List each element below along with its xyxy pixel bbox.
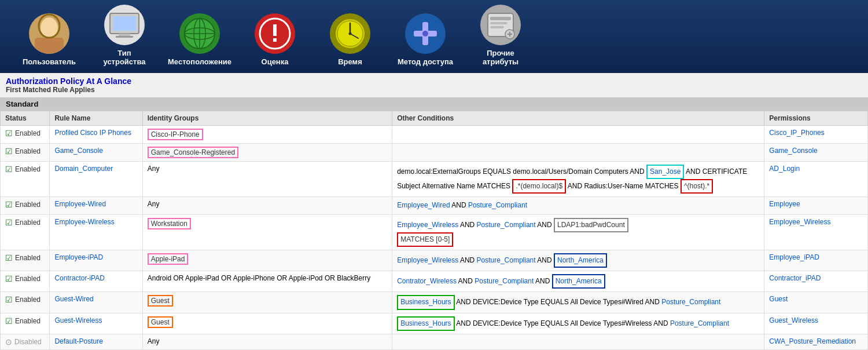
rule-name-link[interactable]: Contractor-iPAD [54,274,104,282]
condition-link[interactable]: Posture_Compliant [661,298,720,306]
conditions-cell [392,144,764,162]
condition-link[interactable]: Posture_Compliant [475,277,534,285]
banner-other: Прочиеатрибуты [463,5,538,66]
policy-header: Authorization Policy At A Glance First M… [0,73,868,97]
col-permissions: Permissions [764,111,868,126]
permission-link[interactable]: AD_Login [769,165,800,173]
rule-name-link[interactable]: Profiled Cisco IP Phones [54,129,131,137]
condition-tag-north-america: North_America [554,253,607,268]
status-cell: ☑ Enabled [1,313,50,334]
condition-link[interactable]: Employee_Wireless [397,256,458,264]
status-enabled: ☑ Enabled [5,129,45,138]
identity-group-tag: Game_Console-Registered [148,147,238,158]
identity-cell: Android OR Apple-iPad OR Apple-iPhone OR… [142,271,392,292]
permissions-cell: Employee [764,197,868,214]
identity-group-tag: Apple-iPad [148,253,189,265]
identity-cell: Any [142,334,392,349]
status-cell: ☑ Enabled [1,162,50,197]
rule-name-cell: Guest-Wireless [50,313,142,334]
check-icon: ☑ [5,200,13,209]
identity-cell: Cisco-IP-Phone [142,126,392,144]
condition-text: AND [535,277,552,285]
other-icon [480,5,521,45]
permission-link[interactable]: Employee [769,200,800,208]
location-icon [179,13,220,54]
rule-name-cell: Contractor-iPAD [50,271,142,292]
condition-link[interactable]: Posture_Compliant [477,256,536,264]
policy-title: Authorization Policy At A Glance [6,76,862,86]
status-cell: ☑ Enabled [1,250,50,271]
conditions-cell: Business_Hours AND DEVICE:Device Type EQ… [392,313,764,334]
rule-name-link[interactable]: Domain_Computer [54,165,113,173]
condition-text: AND [537,256,554,264]
status-cell: ☑ Enabled [1,292,50,313]
table-row: ☑ Enabled Game_Console Game_Console-Regi… [1,144,868,162]
condition-link[interactable]: Employee_Wired [397,201,450,209]
identity-cell: Guest [142,313,392,334]
condition-text: AND [460,221,477,229]
condition-link[interactable]: Contrator_Wireless [397,277,457,285]
svg-rect-6 [116,36,133,38]
identity-cell: Apple-iPad [142,250,392,271]
permission-link[interactable]: Game_Console [769,147,817,155]
status-label: Enabled [15,200,41,209]
condition-tag-north-america2: North_America [552,274,605,289]
banner-device: Типустройства [87,5,162,66]
permissions-cell: Guest_Wireless [764,313,868,334]
condition-link[interactable]: Employee_Wireless [397,221,458,229]
permissions-cell: Employee_Wireless [764,214,868,250]
svg-rect-24 [490,17,511,20]
identity-cell: Any [142,197,392,214]
status-cell: ⊙ Disabled [1,334,50,349]
condition-link[interactable]: Posture_Compliant [670,319,729,327]
rule-name-cell: Domain_Computer [50,162,142,197]
rule-name-link[interactable]: Employee-iPAD [54,253,103,261]
condition-text: AND Radius:User-Name MATCHES [568,182,681,190]
status-enabled: ☑ Enabled [5,295,45,304]
permissions-cell: Employee_iPAD [764,250,868,271]
rule-name-link[interactable]: Game_Console [54,147,102,155]
identity-cell: Game_Console-Registered [142,144,392,162]
banner-method: Метод доступа [388,13,463,66]
check-icon: ☑ [5,274,13,283]
condition-text: AND [537,221,554,229]
rule-name-link[interactable]: Guest-Wired [54,295,93,303]
permissions-cell: CWA_Posture_Remediation [764,334,868,349]
permissions-cell: Contractor_iPAD [764,271,868,292]
rule-name-link[interactable]: Employee-Wired [54,200,106,208]
rule-name-link[interactable]: Default-Posture [54,337,102,345]
conditions-cell: Business_Hours AND DEVICE:Device Type EQ… [392,292,764,313]
permission-link[interactable]: Cisco_IP_Phones [769,129,824,137]
status-enabled: ☑ Enabled [5,218,45,227]
identity-cell: Any [142,162,392,197]
permission-link[interactable]: Guest_Wireless [769,316,818,325]
permission-link[interactable]: Employee_iPAD [769,253,819,261]
condition-link[interactable]: Posture_Compliant [477,221,536,229]
permission-link[interactable]: Guest [769,295,788,303]
permission-link[interactable]: CWA_Posture_Remediation [769,337,856,345]
rule-name-cell: Guest-Wired [50,292,142,313]
identity-group-tag-guest: Guest [148,295,173,307]
permission-link[interactable]: Contractor_iPAD [769,274,821,282]
svg-rect-13 [273,24,277,36]
condition-link[interactable]: Posture_Compliant [468,201,527,209]
status-enabled: ☑ Enabled [5,200,45,209]
condition-text: AND DEVICE:Device Type EQUALS All Device… [456,298,661,306]
rule-name-link[interactable]: Employee-Wireless [54,218,114,226]
status-enabled: ☑ Enabled [5,274,45,283]
status-enabled: ☑ Enabled [5,147,45,156]
col-rulename: Rule Name [50,111,142,126]
status-disabled: ⊙ Disabled [5,337,45,347]
status-cell: ☑ Enabled [1,144,50,162]
svg-rect-4 [113,16,136,31]
table-row: ☑ Enabled Employee-Wireless Workstation … [1,214,868,250]
status-cell: ☑ Enabled [1,214,50,250]
permission-link[interactable]: Employee_Wireless [769,218,830,226]
rule-name-link[interactable]: Guest-Wireless [54,316,102,325]
banner-location: Местоположение [162,13,237,66]
table-row: ☑ Enabled Employee-Wired Any Employee_Wi… [1,197,868,214]
condition-text: AND [460,256,477,264]
banner-location-label: Местоположение [168,57,231,66]
status-cell: ☑ Enabled [1,271,50,292]
table-row: ☑ Enabled Employee-iPAD Apple-iPad Emplo… [1,250,868,271]
